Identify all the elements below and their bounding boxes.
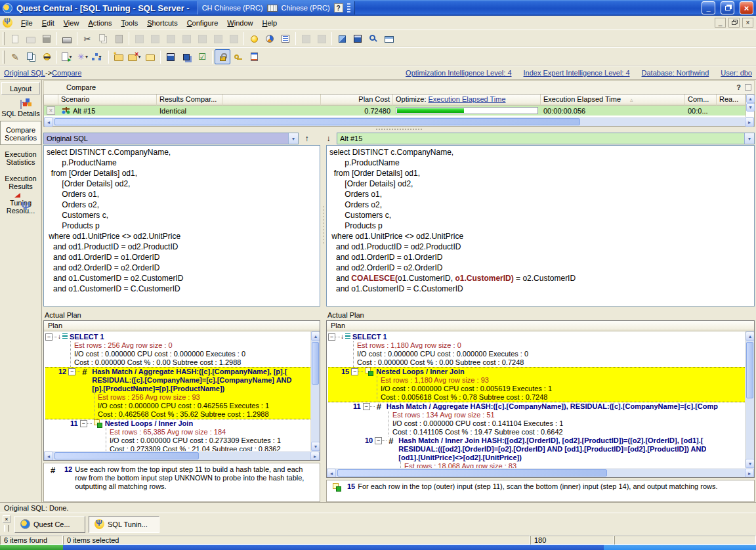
toolbar-button-print[interactable] [59,32,75,47]
mdi-restore-button[interactable] [728,18,740,28]
collapse-toggle-icon[interactable]: − [68,368,75,375]
move-up-button[interactable]: ↑ [301,133,312,144]
right-plan-vertical-scrollbar[interactable]: ▴ ▾ [745,331,754,468]
minimize-button[interactable]: _ [702,1,715,14]
menu-item-shortcuts[interactable]: Shortcuts [142,17,182,29]
move-down-button[interactable]: ↓ [323,133,334,144]
collapse-toggle-icon[interactable]: − [45,333,52,341]
column-header-completed[interactable]: Com... [685,95,717,106]
collapse-toggle-icon[interactable]: − [80,420,87,427]
toolbar-button-statistics-chart[interactable] [262,32,278,47]
toolbar-button-details-list[interactable] [278,32,293,47]
toolbar-button-new-folder[interactable] [111,49,127,64]
layout-header-button[interactable]: Layout [1,82,40,95]
menu-item-file[interactable]: File [16,17,37,29]
toolbar-button-compare-scenarios[interactable] [23,49,39,64]
language-bar-grip[interactable] [347,3,350,12]
task-button-quest[interactable]: Quest Ce... [14,516,85,533]
panel-help-button[interactable]: ? [736,83,741,91]
toolbar-button-lock[interactable] [215,49,230,64]
language-help-button[interactable]: ? [334,3,343,12]
alternative-sql-text[interactable]: select DISTINCT c.CompanyName, p.Product… [326,145,755,307]
chevron-down-icon[interactable]: ▾ [288,133,298,144]
toolbar-button-database-browser[interactable] [334,32,350,47]
left-plan-horizontal-scrollbar[interactable]: ◂ ▸ [44,451,320,460]
header-link-3[interactable]: User: dbo [721,69,752,77]
right-scenario-selector[interactable]: Alt #15 ▾ [337,133,755,144]
column-header-blank[interactable] [222,95,321,106]
plan-node-select[interactable]: −SELECT 1Est rows : 256 Avg row size : 0… [45,333,310,367]
mdi-close-button[interactable]: × [742,18,753,28]
mdi-minimize-button[interactable]: _ [715,18,726,28]
toolbar-button-show-plan[interactable]: ▾ [91,49,106,64]
breadcrumb-compare-link[interactable]: Compare [52,69,81,77]
delete-scenario-icon[interactable] [47,106,55,115]
column-header-plan-cost[interactable]: Plan Cost [321,95,393,106]
toolbar-button-tune-sql[interactable] [7,49,23,64]
language-label[interactable]: CH Chinese (PRC) [202,4,263,12]
language-bar[interactable]: CH Chinese (PRC) Chinese (PRC) ? [198,1,355,14]
plan-node-select[interactable]: −SELECT 1Est rows : 1,180 Avg row size :… [328,333,745,367]
plan-node-step-11[interactable]: 11−Hash Match / Aggregate HASH:([c].[Com… [328,402,745,436]
sidebar-item-execution-results[interactable]: Execution Results [0,169,41,194]
right-plan-tree[interactable]: −SELECT 1Est rows : 1,180 Avg row size :… [327,331,745,468]
header-link-0[interactable]: Optimization Intelligence Level: 4 [406,69,511,77]
toolbar-button-save[interactable] [163,49,178,64]
toolbar-button-validate[interactable] [194,49,210,64]
restore-button[interactable] [721,1,734,14]
original-sql-text[interactable]: select DISTINCT c.CompanyName, p.Product… [43,145,320,307]
sidebar-item-execution-statistics[interactable]: Execution Statistics [0,145,41,169]
plan-node-step-12[interactable]: 12−Hash Match / Aggregate HASH:([c].[Com… [45,367,310,419]
panel-pin-button[interactable] [745,84,751,91]
toolbar-button-object-search[interactable] [366,32,381,47]
sidebar-item-compare-scenarios[interactable]: Compare Scenarios [0,121,41,145]
left-scenario-selector[interactable]: Original SQL ▾ [43,133,299,144]
collapse-toggle-icon[interactable]: − [328,333,335,341]
horizontal-splitter[interactable] [43,127,755,132]
toolbar-button-cut[interactable] [79,32,95,47]
toolbar-button-open-folder[interactable] [142,49,158,64]
header-link-2[interactable]: Database: Northwind [642,69,709,77]
sidebar-item-tuning-resolutions[interactable]: Tuning Resolu... [0,194,41,218]
toolbar-button-new-scenario[interactable]: ▾ [59,49,75,64]
taskbar-close-icon[interactable]: × [3,515,10,523]
toolbar-button-optimize-sql[interactable]: ▾ [75,49,91,64]
column-header-scenario[interactable]: Scenario [58,95,157,106]
toolbar-button-delete-folder[interactable]: ▾ [127,49,142,64]
chevron-down-icon[interactable]: ▾ [744,133,754,144]
optimize-metric-link[interactable]: Execution Elapsed Time [429,95,506,103]
plan-node-step-10[interactable]: 10−Hash Match / Inner Join HASH:([od2].[… [328,436,745,468]
toolbar-button-session-report[interactable] [246,49,262,64]
column-header-reads[interactable]: Rea... [717,95,746,106]
left-plan-tree[interactable]: −SELECT 1Est rows : 256 Avg row size : 0… [44,331,310,451]
collapse-toggle-icon[interactable]: − [351,368,358,375]
menu-item-view[interactable]: View [59,17,84,29]
collapse-toggle-icon[interactable]: − [363,403,370,410]
toolbar-button-export-data[interactable] [350,32,366,47]
toolbar-button-permissions[interactable] [230,49,246,64]
column-header-elapsed[interactable]: Execution Elapsed Time▵ [541,95,685,106]
menu-item-help[interactable]: Help [258,17,282,29]
vertical-splitter[interactable] [320,145,326,307]
task-button-tuning[interactable]: SQL Tunin... [89,516,159,533]
toolbar-button-save-all[interactable] [178,49,194,64]
menu-item-configure[interactable]: Configure [182,17,223,29]
grid-vertical-scrollbar[interactable]: ▴▾ [746,95,754,117]
sidebar-item-sql-details[interactable]: SQL Details [0,96,41,121]
column-header-results[interactable]: Results Compar... [157,95,222,106]
toolbar-button-sql-advisor[interactable] [39,49,54,64]
taskbar-sliver[interactable] [63,545,604,550]
menu-item-window[interactable]: Window [222,17,257,29]
column-header-delete[interactable] [44,95,58,106]
keyboard-layout-label[interactable]: Chinese (PRC) [282,4,330,12]
toolbar-button-tuning-advice[interactable] [246,32,262,47]
right-plan-horizontal-scrollbar[interactable]: ◂ ▸ [327,468,754,477]
close-button[interactable]: × [740,1,753,14]
left-plan-column-header[interactable]: Plan [44,321,320,331]
grid-horizontal-scrollbar[interactable]: ◂ ▸ [44,117,754,126]
menu-item-tools[interactable]: Tools [116,17,142,29]
start-button-sliver[interactable] [0,545,63,550]
left-plan-vertical-scrollbar[interactable]: ▴ ▾ [310,331,320,451]
plan-node-step-11[interactable]: 11−Nested Loops / Inner JoinEst rows : 6… [45,419,310,451]
menu-item-actions[interactable]: Actions [83,17,116,29]
